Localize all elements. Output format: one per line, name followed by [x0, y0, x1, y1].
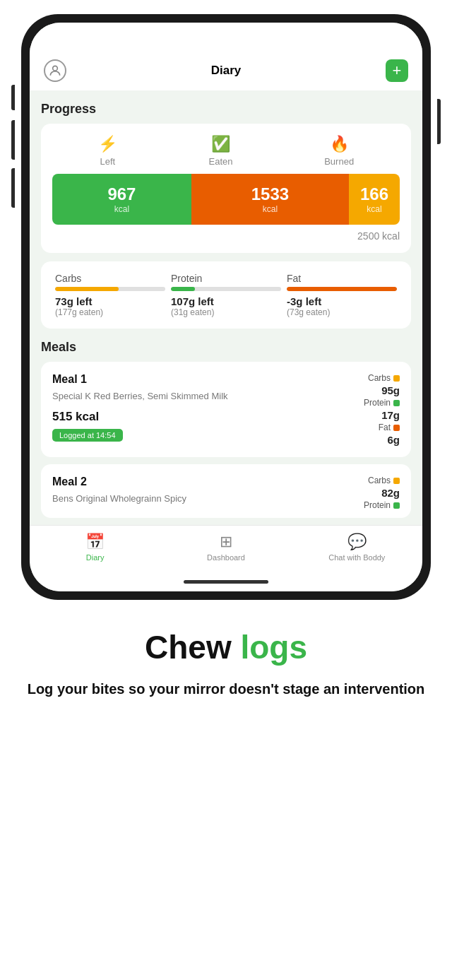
- burned-bar: 166 kcal: [349, 174, 400, 225]
- meal-2-carbs-item: Carbs: [368, 476, 400, 485]
- carbs-macro: Carbs 73g left (177g eaten): [52, 273, 168, 317]
- protein-label: Protein: [171, 273, 281, 284]
- left-label: Left: [100, 156, 116, 167]
- meal-2-info: Meal 2 Bens Original Wholegrainn Spicy: [52, 476, 364, 512]
- carbs-value: 73g left: [55, 295, 165, 307]
- carbs-eaten: (177g eaten): [55, 307, 165, 317]
- meal-1-name: Meal 1: [52, 373, 364, 386]
- nav-chat[interactable]: 💬 Chat with Boddy: [292, 533, 422, 562]
- carbs-bar-track: [55, 287, 165, 291]
- svg-point-0: [53, 66, 58, 71]
- diary-icon: 📅: [85, 533, 105, 551]
- app-header: Diary +: [30, 54, 422, 90]
- eaten-kcal-unit: kcal: [263, 204, 278, 214]
- bolt-icon: ⚡: [98, 135, 117, 153]
- meal-2-card[interactable]: Meal 2 Bens Original Wholegrainn Spicy C…: [41, 464, 411, 518]
- tagline-word1: Chew: [145, 629, 240, 666]
- meal-2-protein-item: Protein: [364, 500, 400, 510]
- carbs-bar-fill: [55, 287, 119, 291]
- carbs-dot: [393, 375, 400, 382]
- side-button-right: [437, 99, 441, 144]
- eaten-kcal-value: 1533: [251, 184, 289, 204]
- progress-card: ⚡ Left ✅ Eaten 🔥 Burned: [41, 124, 411, 253]
- meal-1-fat-value: 6g: [387, 434, 400, 446]
- meal2-carbs-dot: [393, 478, 400, 484]
- user-avatar[interactable]: [44, 59, 66, 82]
- fat-bar-fill: [287, 287, 397, 291]
- side-button-left-1: [11, 85, 15, 110]
- meal-1-carbs-label: Carbs: [368, 373, 391, 383]
- burned-kcal-value: 166: [360, 184, 388, 204]
- meal-2-carbs-value: 82g: [381, 487, 400, 499]
- macro-row: Carbs 73g left (177g eaten) Protein 107g…: [52, 273, 400, 317]
- progress-icons-row: ⚡ Left ✅ Eaten 🔥 Burned: [52, 135, 400, 167]
- left-kcal-unit: kcal: [114, 204, 129, 214]
- phone-screen: Diary + Progress ⚡ Left ✅: [30, 23, 422, 591]
- meal-2-protein-label: Protein: [364, 500, 391, 510]
- add-entry-button[interactable]: +: [386, 59, 408, 82]
- tagline-main: Chew logs: [28, 628, 425, 666]
- nav-dashboard[interactable]: ⊞ Dashboard: [160, 533, 291, 562]
- chat-icon: 💬: [347, 533, 367, 551]
- meal-1-fat-item: Fat: [379, 423, 400, 432]
- tagline-subtitle: Log your bites so your mirror doesn't st…: [28, 679, 425, 699]
- meal-2-macros: Carbs 82g Protein: [364, 476, 400, 510]
- fat-value: -3g left: [287, 295, 397, 307]
- eaten-label: Eaten: [209, 156, 233, 167]
- meal2-protein-dot: [393, 502, 400, 509]
- left-bar: 967 kcal: [52, 174, 191, 225]
- meal-1-logged-badge: Logged at 14:54: [52, 429, 123, 442]
- meal-1-fat-val-item: 6g: [387, 434, 400, 446]
- burned-label: Burned: [324, 156, 354, 167]
- meal-1-protein-value: 17g: [381, 409, 400, 421]
- meal-1-header: Meal 1 Special K Red Berries, Semi Skimm…: [52, 373, 400, 446]
- meal-2-description: Bens Original Wholegrainn Spicy: [52, 492, 364, 505]
- meal-1-info: Meal 1 Special K Red Berries, Semi Skimm…: [52, 373, 364, 442]
- progress-left-item: ⚡ Left: [98, 135, 117, 167]
- progress-bar-container: 967 kcal 1533 kcal 166 kcal: [52, 174, 400, 225]
- meal-1-carbs-value: 95g: [381, 384, 400, 396]
- meal-1-protein-label: Protein: [364, 398, 391, 408]
- fat-bar-track: [287, 287, 397, 291]
- protein-dot: [393, 400, 400, 406]
- meal-1-carbs-val-item: 95g: [381, 384, 400, 396]
- macros-card: Carbs 73g left (177g eaten) Protein 107g…: [41, 261, 411, 329]
- protein-bar-fill: [171, 287, 195, 291]
- meal-1-kcal: 515 kcal: [52, 410, 364, 424]
- fat-eaten: (73g eaten): [287, 307, 397, 317]
- meal-1-description: Special K Red Berries, Semi Skimmed Milk: [52, 390, 364, 403]
- tagline-word2: logs: [240, 629, 307, 666]
- protein-bar-track: [171, 287, 281, 291]
- nav-diary[interactable]: 📅 Diary: [30, 533, 160, 562]
- fire-icon: 🔥: [330, 135, 349, 153]
- side-button-left-3: [11, 168, 15, 208]
- status-bar: [30, 23, 422, 54]
- check-circle-icon: ✅: [211, 135, 230, 153]
- phone-shell: Diary + Progress ⚡ Left ✅: [21, 14, 431, 600]
- meal-1-macros: Carbs 95g Protein 17g: [364, 373, 400, 446]
- meal-2-header: Meal 2 Bens Original Wholegrainn Spicy C…: [52, 476, 400, 512]
- meals-section-label: Meals: [41, 340, 411, 355]
- meal-1-protein-item: Protein: [364, 398, 400, 408]
- tagline-section: Chew logs Log your bites so your mirror …: [6, 600, 446, 720]
- protein-value: 107g left: [171, 295, 281, 307]
- meal-2-carbs-val-item: 82g: [381, 487, 400, 499]
- dashboard-nav-label: Dashboard: [207, 553, 245, 562]
- side-button-left-2: [11, 120, 15, 160]
- carbs-label: Carbs: [55, 273, 165, 284]
- left-kcal-value: 967: [107, 184, 136, 204]
- meal-1-fat-label: Fat: [379, 423, 391, 432]
- burned-kcal-unit: kcal: [367, 204, 381, 214]
- protein-macro: Protein 107g left (31g eaten): [168, 273, 284, 317]
- meal-2-name: Meal 2: [52, 476, 364, 488]
- dashboard-icon: ⊞: [220, 533, 232, 551]
- progress-section-label: Progress: [41, 102, 411, 117]
- diary-nav-label: Diary: [86, 553, 105, 562]
- home-indicator-bar: [184, 580, 268, 584]
- meal-1-card[interactable]: Meal 1 Special K Red Berries, Semi Skimm…: [41, 362, 411, 457]
- chat-nav-label: Chat with Boddy: [328, 553, 385, 562]
- meal-1-carbs-item: Carbs: [368, 373, 400, 383]
- progress-burned-item: 🔥 Burned: [324, 135, 354, 167]
- progress-eaten-item: ✅ Eaten: [209, 135, 233, 167]
- header-title: Diary: [211, 64, 242, 78]
